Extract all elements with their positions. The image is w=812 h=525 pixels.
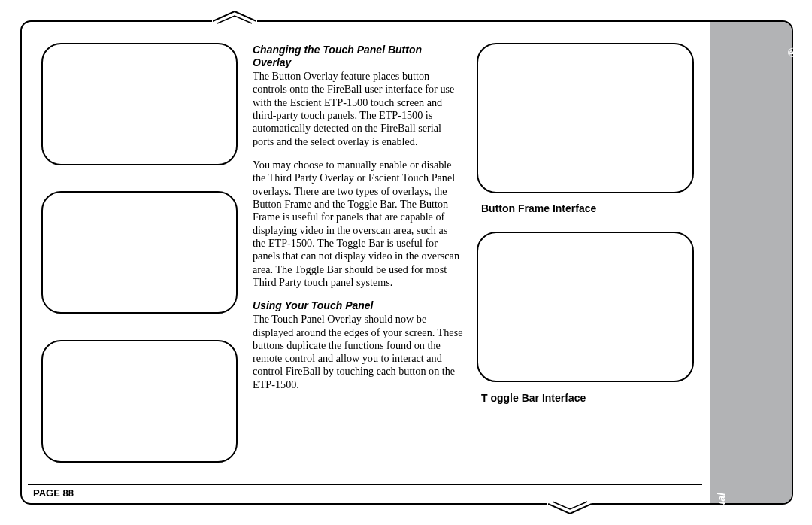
- brand-text: ESCIENT: [781, 61, 812, 327]
- brand-logo: ESCIENT ®: [781, 43, 812, 327]
- label-toggle-bar: T oggle Bar Interface: [481, 392, 692, 405]
- label-button-frame: Button Frame Interface: [481, 202, 692, 215]
- right-box-bottom: [477, 232, 694, 382]
- center-text-column: Changing the Touch Panel Button Overlay …: [253, 44, 463, 391]
- registered-mark: ®: [786, 43, 801, 58]
- product-line-text: FireBall™ DVDM-100 User's Manual: [715, 493, 727, 525]
- right-box-top: [477, 43, 694, 193]
- para-using-touch-panel: The Touch Panel Overlay should now be di…: [253, 313, 463, 391]
- heading-changing-overlay: Changing the Touch Panel Button Overlay: [253, 44, 463, 69]
- para-overlay-types: You may choose to manually enable or dis…: [253, 159, 463, 289]
- bottom-rule: [28, 484, 702, 485]
- brand-sidebar: ESCIENT ® FireBall™ DVDM-100 User's Manu…: [710, 22, 792, 503]
- left-box-2: [41, 191, 238, 314]
- left-box-3: [41, 340, 238, 463]
- left-box-1: [41, 43, 238, 165]
- bottom-notch-icon: [548, 499, 592, 518]
- page-number: PAGE 88: [33, 487, 74, 499]
- para-overlay-intro: The Button Overlay feature places button…: [253, 70, 463, 148]
- heading-using-touch-panel: Using Your Touch Panel: [253, 299, 463, 312]
